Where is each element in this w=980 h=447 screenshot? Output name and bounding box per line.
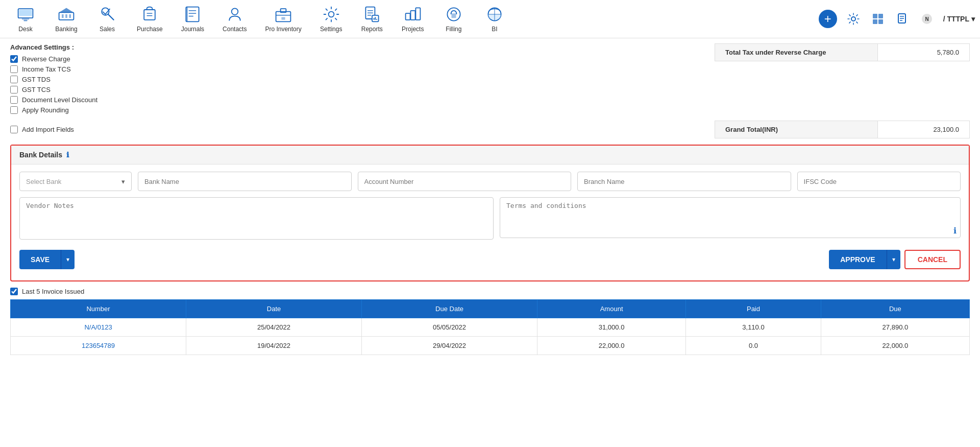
last-invoices-checkbox[interactable] xyxy=(10,288,18,295)
nav-item-projects[interactable]: Projects xyxy=(393,0,433,38)
grid-view-button[interactable] xyxy=(870,11,886,27)
svg-point-18 xyxy=(231,8,238,15)
checkbox-row-reverse-charge: Reverse Charge xyxy=(10,55,715,63)
select-bank-chevron-icon: ▾ xyxy=(121,178,125,185)
svg-rect-7 xyxy=(65,14,67,18)
last-invoices-label: Last 5 Invoice Issued xyxy=(22,288,84,295)
add-import-checkbox[interactable] xyxy=(10,126,18,133)
svg-rect-1 xyxy=(22,18,29,20)
inventory-icon xyxy=(274,5,292,23)
svg-rect-32 xyxy=(405,13,410,20)
svg-rect-33 xyxy=(410,11,415,20)
save-dropdown-button[interactable]: ▾ xyxy=(61,250,75,269)
invoice-link-1[interactable]: N/A/0123 xyxy=(84,323,112,331)
document-button[interactable] xyxy=(894,11,911,27)
nav-item-journals[interactable]: Journals xyxy=(172,0,213,38)
bank-details-section: Bank Details ℹ Select Bank ▾ ℹ xyxy=(10,145,970,281)
invoice-due-1: 27,890.0 xyxy=(821,318,969,337)
settings-icon xyxy=(322,5,340,23)
invoice-amount-1: 31,000.0 xyxy=(537,318,686,337)
nav-item-bi[interactable]: BI xyxy=(474,0,515,38)
invoices-table-body: N/A/0123 25/04/2022 05/05/2022 31,000.0 … xyxy=(11,318,970,355)
gst-tcs-label: GST TCS xyxy=(22,86,51,93)
gst-tcs-checkbox[interactable] xyxy=(10,86,18,93)
grand-total-label: Grand Total(INR) xyxy=(715,121,878,138)
gst-tds-label: GST TDS xyxy=(22,76,51,83)
invoice-amount-2: 22,000.0 xyxy=(537,337,686,355)
nav-label-settings: Settings xyxy=(320,26,342,33)
invoice-number-1: N/A/0123 xyxy=(11,318,186,337)
nav-item-sales[interactable]: Sales xyxy=(87,0,128,38)
doc-level-discount-checkbox[interactable] xyxy=(10,96,18,104)
nav-item-purchase[interactable]: Purchase xyxy=(128,0,172,38)
save-button[interactable]: SAVE xyxy=(19,250,61,269)
svg-point-40 xyxy=(851,17,855,21)
bank-details-body: Select Bank ▾ ℹ SAVE ▾ xyxy=(11,164,969,280)
nav-item-settings[interactable]: Settings xyxy=(311,0,352,38)
filling-icon xyxy=(445,5,463,23)
branch-name-input[interactable] xyxy=(577,172,791,191)
sales-icon xyxy=(98,5,116,23)
nav-label-contacts: Contacts xyxy=(223,26,247,33)
svg-rect-2 xyxy=(19,10,32,16)
terms-conditions-input[interactable] xyxy=(500,197,961,238)
nav-item-reports[interactable]: Reports xyxy=(352,0,393,38)
grand-total-value: 23,100.0 xyxy=(878,121,970,138)
add-new-button[interactable]: + xyxy=(819,10,837,28)
invoice-date-2: 19/04/2022 xyxy=(186,337,362,355)
invoices-header-row: Number Date Due Date Amount Paid Due xyxy=(11,300,970,318)
journals-icon xyxy=(183,5,202,23)
top-section: Advanced Settings : Reverse Charge Incom… xyxy=(10,43,970,116)
invoice-paid-2: 0.0 xyxy=(686,337,821,355)
contacts-icon xyxy=(226,5,244,23)
vendor-notes-input[interactable] xyxy=(19,197,494,240)
nav-label-reports: Reports xyxy=(361,26,383,33)
advanced-settings-title: Advanced Settings : xyxy=(10,43,715,51)
purchase-icon xyxy=(140,5,159,23)
checkbox-row-gst-tds: GST TDS xyxy=(10,76,715,83)
nav-item-filling[interactable]: Filling xyxy=(433,0,474,38)
checkbox-row-apply-rounding: Apply Rounding xyxy=(10,106,715,114)
bank-fields-row: Select Bank ▾ xyxy=(19,172,961,191)
nav-item-desk[interactable]: Desk xyxy=(5,0,46,38)
bank-details-header: Bank Details ℹ xyxy=(11,146,969,164)
checkbox-row-gst-tcs: GST TCS xyxy=(10,86,715,93)
select-bank-dropdown[interactable]: Select Bank ▾ xyxy=(19,172,132,191)
approve-button-group: APPROVE ▾ xyxy=(829,250,900,269)
nav-item-banking[interactable]: Banking xyxy=(46,0,87,38)
svg-rect-17 xyxy=(186,7,188,22)
svg-rect-42 xyxy=(878,14,883,18)
apply-rounding-checkbox[interactable] xyxy=(10,106,18,114)
bank-name-input[interactable] xyxy=(138,172,352,191)
nav-label-bi: BI xyxy=(492,26,497,33)
advanced-settings-section: Advanced Settings : Reverse Charge Incom… xyxy=(10,43,715,116)
company-dropdown-icon: ▾ xyxy=(971,15,975,23)
income-tax-tcs-checkbox[interactable] xyxy=(10,65,18,73)
approve-dropdown-button[interactable]: ▾ xyxy=(887,250,900,269)
reverse-charge-checkbox[interactable] xyxy=(10,55,18,63)
cancel-button[interactable]: CANCEL xyxy=(904,250,961,269)
col-due-date: Due Date xyxy=(362,300,537,318)
company-name-text: / TTTPL xyxy=(943,15,969,23)
settings-gear-button[interactable] xyxy=(845,11,862,27)
account-number-input[interactable] xyxy=(358,172,572,191)
gst-tds-checkbox[interactable] xyxy=(10,76,18,83)
reverse-charge-total-label: Total Tax under Reverse Charge xyxy=(715,43,878,61)
buttons-row: SAVE ▾ APPROVE ▾ CANCEL xyxy=(19,246,961,273)
main-content: Advanced Settings : Reverse Charge Incom… xyxy=(0,38,980,360)
approve-button[interactable]: APPROVE xyxy=(829,250,886,269)
nav-item-contacts[interactable]: Contacts xyxy=(213,0,256,38)
nav-menu: Desk Banking Sales xyxy=(5,0,819,38)
save-button-group: SAVE ▾ xyxy=(19,250,75,269)
company-selector[interactable]: / TTTPL ▾ xyxy=(943,15,975,23)
invoice-link-2[interactable]: 123654789 xyxy=(82,342,115,349)
nav-label-desk: Desk xyxy=(18,26,32,33)
bank-details-title: Bank Details xyxy=(19,151,62,159)
notification-button[interactable]: N xyxy=(919,11,935,27)
invoice-due-date-1: 05/05/2022 xyxy=(362,318,537,337)
nav-item-pro-inventory[interactable]: Pro Inventory xyxy=(256,0,310,38)
svg-rect-6 xyxy=(62,14,64,18)
svg-rect-13 xyxy=(186,7,199,22)
nav-label-pro-inventory: Pro Inventory xyxy=(265,26,301,33)
ifsc-code-input[interactable] xyxy=(797,172,961,191)
